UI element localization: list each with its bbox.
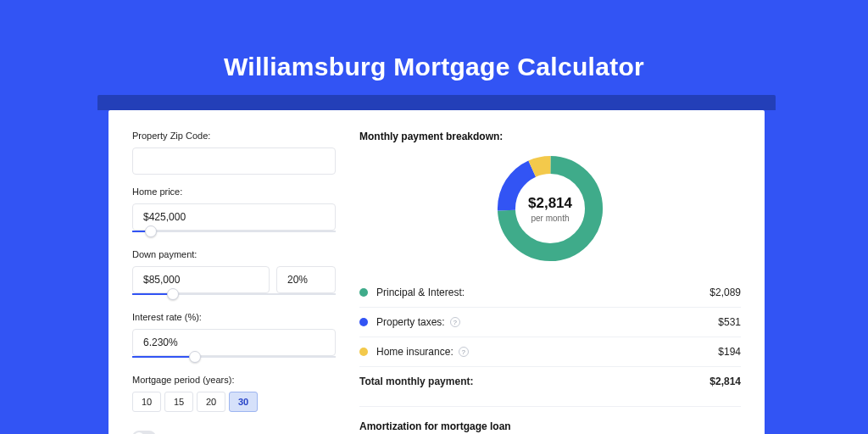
slider-thumb[interactable] <box>167 288 179 300</box>
home-price-label: Home price: <box>132 186 336 197</box>
breakdown-legend: Principal & Interest:$2,089Property taxe… <box>359 278 741 396</box>
interest-input[interactable] <box>132 329 336 356</box>
legend-total-label: Total monthly payment: <box>359 376 709 387</box>
period-label: Mortgage period (years): <box>132 375 336 385</box>
breakdown-title: Monthly payment breakdown: <box>359 131 741 142</box>
home-price-input[interactable] <box>132 203 336 231</box>
zip-label: Property Zip Code: <box>132 131 336 141</box>
slider-thumb[interactable] <box>145 225 157 237</box>
period-option-30[interactable]: 30 <box>229 392 258 412</box>
legend-total-row: Total monthly payment:$2,814 <box>359 367 741 396</box>
legend-dot <box>359 318 368 326</box>
period-option-15[interactable]: 15 <box>164 392 193 412</box>
donut-chart-container: $2,814 per month <box>359 146 741 271</box>
period-option-10[interactable]: 10 <box>132 392 161 412</box>
calculator-card: Property Zip Code: Home price: Down paym… <box>108 110 765 434</box>
legend-label: Home insurance:? <box>376 346 718 358</box>
legend-row: Home insurance:?$194 <box>359 337 741 367</box>
legend-label: Property taxes:? <box>376 316 718 328</box>
interest-label: Interest rate (%): <box>132 312 336 322</box>
down-payment-slider[interactable] <box>132 293 336 300</box>
info-icon[interactable]: ? <box>450 317 460 327</box>
legend-value: $2,089 <box>709 287 741 298</box>
slider-thumb[interactable] <box>189 351 201 363</box>
donut-center-value: $2,814 <box>528 195 572 212</box>
legend-dot <box>359 348 368 356</box>
input-panel: Property Zip Code: Home price: Down paym… <box>132 131 336 434</box>
donut-center-sub: per month <box>528 214 572 223</box>
period-options: 10152030 <box>132 392 336 412</box>
down-payment-pct-input[interactable] <box>276 266 336 293</box>
home-price-slider[interactable] <box>132 231 336 237</box>
legend-row: Principal & Interest:$2,089 <box>359 278 741 308</box>
down-payment-label: Down payment: <box>132 249 336 259</box>
breakdown-panel: Monthly payment breakdown: $2,814 per mo… <box>359 131 741 434</box>
period-option-20[interactable]: 20 <box>197 392 225 412</box>
page-title: Williamsburg Mortgage Calculator <box>0 0 868 81</box>
info-icon[interactable]: ? <box>459 347 469 357</box>
interest-slider[interactable] <box>132 356 336 363</box>
down-payment-group: Down payment: <box>132 249 336 300</box>
amortization-section: Amortization for mortgage loan Amortizat… <box>359 406 741 434</box>
veteran-toggle[interactable] <box>132 431 156 434</box>
home-price-group: Home price: <box>132 186 336 237</box>
legend-value: $531 <box>718 316 741 328</box>
legend-total-value: $2,814 <box>709 376 741 387</box>
card-shadow <box>97 95 776 110</box>
zip-group: Property Zip Code: <box>132 131 336 175</box>
zip-input[interactable] <box>132 147 336 175</box>
interest-group: Interest rate (%): <box>132 312 336 363</box>
amortization-title: Amortization for mortgage loan <box>359 420 741 432</box>
period-group: Mortgage period (years): 10152030 <box>132 375 336 412</box>
legend-label: Principal & Interest: <box>376 287 709 298</box>
legend-row: Property taxes:?$531 <box>359 308 741 337</box>
down-payment-input[interactable] <box>132 266 270 293</box>
donut-center: $2,814 per month <box>528 195 572 223</box>
legend-value: $194 <box>718 346 741 358</box>
legend-dot <box>359 288 368 297</box>
veteran-row: I am veteran or military <box>132 431 336 434</box>
